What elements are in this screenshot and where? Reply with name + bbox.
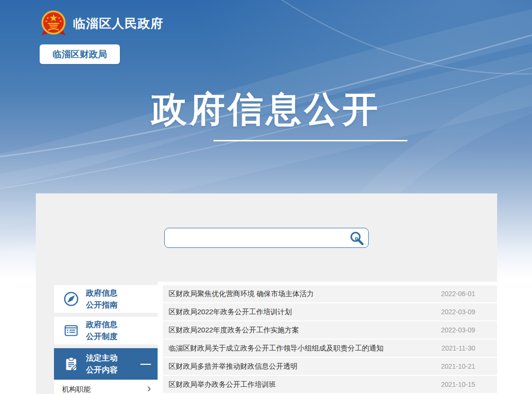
sidebar-item-label: 政府信息 公开指南 <box>86 287 117 311</box>
news-date: 2022-03-09 <box>441 308 475 316</box>
news-title: 区财政局2022年度政务公开工作实施方案 <box>169 326 299 335</box>
title-underline <box>213 140 407 141</box>
news-date: 2021-10-15 <box>441 381 475 388</box>
news-title: 区财政局举办政务公开工作培训班 <box>169 380 276 389</box>
sidebar-submenu-item-org-functions[interactable]: 机构职能 › <box>54 380 158 394</box>
content-columns: 政府信息 公开指南 政府信息 公开制度 <box>36 282 497 394</box>
sidebar-item-disclosure-system[interactable]: 政府信息 公开制度 <box>54 317 158 344</box>
search-input[interactable] <box>165 228 368 247</box>
news-title: 区财政局2022年政务公开工作培训计划 <box>169 308 292 317</box>
compass-icon <box>63 291 79 307</box>
search-button[interactable] <box>349 231 364 246</box>
sidebar-item-statutory-disclosure[interactable]: 法定主动 公开内容 — <box>54 348 158 380</box>
news-item[interactable]: 区财政局多措并举推动财政信息公开透明 2021-10-21 <box>163 358 497 375</box>
submenu-label: 机构职能 <box>62 385 91 394</box>
search-area <box>36 193 497 248</box>
department-button[interactable]: 临淄区财政局 <box>40 44 120 64</box>
news-item[interactable]: 临淄区财政局关于成立政务公开工作领导小组组成及职责分工的通知 2021-11-3… <box>163 340 497 357</box>
search-box <box>164 228 369 248</box>
news-item[interactable]: 区财政局2022年度政务公开工作实施方案 2022-03-09 <box>163 321 497 339</box>
news-date: 2021-11-30 <box>441 344 475 352</box>
news-date: 2022-03-09 <box>441 326 475 334</box>
sidebar: 政府信息 公开指南 政府信息 公开制度 <box>54 285 158 394</box>
news-title: 区财政局多措并举推动财政信息公开透明 <box>169 362 298 371</box>
news-item[interactable]: 区财政局举办政务公开工作培训班 2021-10-15 <box>163 376 497 393</box>
clipboard-pen-icon <box>63 356 79 372</box>
content-card: 政府信息 公开指南 政府信息 公开制度 <box>36 193 497 394</box>
national-emblem-icon <box>40 10 67 37</box>
news-title: 临淄区财政局关于成立政务公开工作领导小组组成及职责分工的通知 <box>169 344 383 353</box>
news-item[interactable]: 区财政局2022年政务公开工作培训计划 2022-03-09 <box>163 303 497 320</box>
sidebar-item-label: 法定主动 公开内容 <box>86 352 117 376</box>
ledger-icon <box>63 322 79 339</box>
sidebar-item-label: 政府信息 公开制度 <box>86 319 117 342</box>
news-list: 区财政局聚焦优化营商环境 确保市场主体活力 2022-06-01 区财政局202… <box>158 282 497 394</box>
gov-name-link[interactable]: 临淄区人民政府 <box>73 15 163 32</box>
news-title: 区财政局聚焦优化营商环境 确保市场主体活力 <box>169 289 314 298</box>
site-logo: 临淄区人民政府 <box>40 10 163 37</box>
sidebar-item-disclosure-guide[interactable]: 政府信息 公开指南 <box>54 285 158 313</box>
news-date: 2022-06-01 <box>441 290 475 298</box>
magnifier-icon <box>349 231 364 246</box>
news-date: 2021-10-21 <box>441 362 475 370</box>
page-title: 政府信息公开 <box>0 86 532 134</box>
chevron-right-icon: › <box>147 388 151 390</box>
news-item[interactable]: 区财政局聚焦优化营商环境 确保市场主体活力 2022-06-01 <box>163 285 497 302</box>
